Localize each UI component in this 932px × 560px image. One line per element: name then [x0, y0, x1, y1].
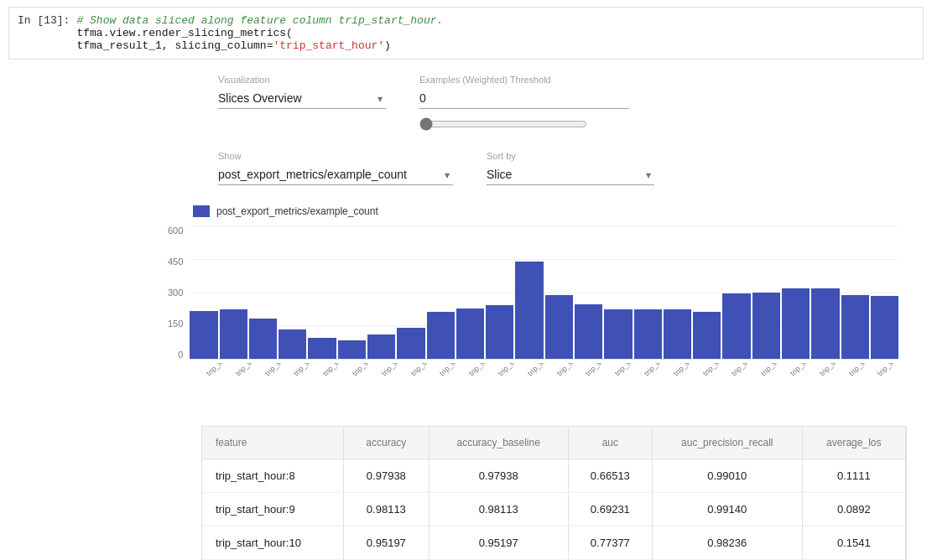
table-row: trip_start_hour:80.979380.979380.665130.…: [202, 459, 906, 493]
cell-accuracy_baseline: 0.98113: [429, 493, 568, 526]
bar-6: [367, 334, 395, 359]
bar-23: [871, 296, 898, 359]
y-label-600: 600: [168, 226, 183, 236]
bar-9: [456, 309, 484, 359]
bar-22: [841, 295, 869, 359]
table-row: trip_start_hour:100.951970.951970.773770…: [202, 526, 906, 560]
cell-accuracy: 0.97938: [344, 459, 430, 493]
table-container: feature accuracy accuracy_baseline auc a…: [201, 426, 907, 560]
table-header: feature accuracy accuracy_baseline auc a…: [202, 427, 906, 459]
cell-auc: 0.77377: [568, 526, 652, 560]
sort-label: Sort by: [487, 151, 654, 161]
slider-wrapper: [419, 117, 629, 134]
cell-auc_precision_recall: 0.99140: [653, 493, 803, 526]
bar-15: [634, 309, 662, 359]
bar-19: [752, 293, 780, 360]
threshold-label: Examples (Weighted) Threshold: [419, 75, 629, 85]
cell-feature: trip_start_hour:8: [202, 459, 344, 493]
bar-12: [545, 295, 573, 359]
code-line2: tfma_result_1, slicing_column='trip_star…: [76, 39, 914, 52]
bar-7: [397, 328, 424, 359]
visualization-dropdown-wrapper: Slices Overview Metrics Histogram ▾: [218, 88, 386, 109]
bar-2: [249, 319, 277, 359]
bar-20: [782, 288, 810, 359]
cell-auc_precision_recall: 0.99010: [653, 459, 803, 493]
header-row: feature accuracy accuracy_baseline auc a…: [202, 427, 906, 459]
chart-legend: post_export_metrics/example_count: [193, 205, 898, 217]
visualization-control: Visualization Slices Overview Metrics Hi…: [218, 75, 386, 109]
widget-area: Visualization Slices Overview Metrics Hi…: [0, 66, 932, 560]
cell-accuracy: 0.98113: [344, 493, 430, 526]
bar-18: [722, 293, 750, 359]
legend-color-box: [193, 205, 210, 217]
col-feature: feature: [202, 427, 344, 459]
bars-container: [190, 226, 898, 359]
bar-8: [427, 312, 455, 359]
bar-4: [308, 338, 336, 359]
bar-11: [515, 262, 543, 359]
chart-area: 600 450 300 150 0: [168, 226, 898, 360]
table-body: trip_start_hour:80.979380.979380.665130.…: [202, 459, 906, 561]
x-labels-wrapper: trip_s...trip_s...trip_s...trip_s...trip…: [200, 363, 898, 409]
visualization-label: Visualization: [218, 75, 386, 85]
threshold-control: Examples (Weighted) Threshold: [419, 75, 629, 134]
col-accuracy: accuracy: [344, 427, 430, 459]
y-label-300: 300: [168, 288, 183, 298]
cell-accuracy_baseline: 0.97938: [429, 459, 568, 493]
code-comment: # Show data sliced along feature column …: [76, 14, 914, 27]
y-label-450: 450: [168, 257, 183, 267]
bar-3: [279, 329, 306, 359]
metrics-table: feature accuracy accuracy_baseline auc a…: [202, 427, 906, 560]
bar-1: [220, 309, 247, 359]
show-control: Show post_export_metrics/example_count a…: [218, 151, 453, 185]
cell-accuracy: 0.95197: [344, 526, 430, 560]
code-cell: In [13]: # Show data sliced along featur…: [8, 7, 924, 60]
cell-average_los: 0.0892: [802, 493, 905, 526]
bar-16: [664, 309, 691, 359]
show-dropdown-wrapper: post_export_metrics/example_count accura…: [218, 164, 453, 185]
sort-dropdown-wrapper: Slice accuracy auc ▾: [487, 164, 654, 185]
cell-auc: 0.66513: [568, 459, 652, 493]
bar-14: [604, 309, 632, 359]
cell-accuracy_baseline: 0.95197: [429, 526, 568, 560]
y-label-150: 150: [168, 319, 183, 329]
legend-label: post_export_metrics/example_count: [216, 205, 378, 217]
cell-average_los: 0.1541: [802, 526, 905, 560]
bar-21: [811, 288, 839, 359]
threshold-slider[interactable]: [419, 117, 587, 131]
show-select[interactable]: post_export_metrics/example_count accura…: [218, 164, 453, 185]
cell-auc: 0.69231: [568, 493, 652, 526]
bar-5: [338, 340, 366, 359]
bar-10: [486, 305, 513, 359]
code-block: # Show data sliced along feature column …: [76, 14, 914, 52]
chart-inner: [190, 226, 898, 360]
cell-auc_precision_recall: 0.98236: [653, 526, 803, 560]
y-axis: 600 450 300 150 0: [168, 226, 190, 360]
cell-feature: trip_start_hour:9: [202, 493, 344, 526]
sort-select[interactable]: Slice accuracy auc: [487, 164, 654, 185]
col-auc: auc: [568, 427, 652, 459]
show-label: Show: [218, 151, 453, 161]
visualization-select[interactable]: Slices Overview Metrics Histogram: [218, 88, 386, 109]
y-label-0: 0: [178, 350, 183, 360]
col-accuracy-baseline: accuracy_baseline: [429, 427, 568, 459]
controls-row-1: Visualization Slices Overview Metrics Hi…: [17, 75, 915, 134]
bar-13: [575, 304, 602, 359]
sort-control: Sort by Slice accuracy auc ▾: [487, 151, 654, 185]
controls-row-2: Show post_export_metrics/example_count a…: [17, 151, 915, 185]
col-average-loss: average_los: [802, 427, 905, 459]
cell-label: In [13]:: [18, 14, 70, 27]
chart-container: post_export_metrics/example_count 600 45…: [17, 205, 915, 409]
bar-17: [693, 312, 721, 359]
col-auc-precision-recall: auc_precision_recall: [653, 427, 803, 459]
threshold-input[interactable]: [419, 88, 629, 109]
cell-feature: trip_start_hour:10: [202, 526, 344, 560]
bar-0: [190, 311, 217, 359]
table-row: trip_start_hour:90.981130.981130.692310.…: [202, 493, 906, 526]
code-line1: tfma.view.render_slicing_metrics(: [76, 27, 914, 39]
cell-average_los: 0.1111: [802, 459, 905, 493]
